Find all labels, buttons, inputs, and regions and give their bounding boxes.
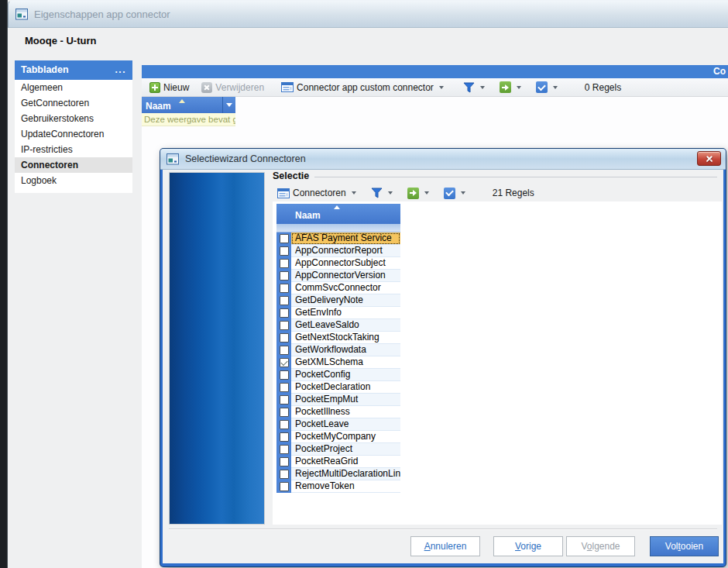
row-checkbox[interactable]: [280, 395, 289, 404]
row-checkbox[interactable]: [280, 408, 289, 417]
connector-name: PocketLeave: [291, 418, 400, 431]
row-checkbox[interactable]: [280, 246, 289, 256]
row-checkbox[interactable]: [280, 358, 289, 367]
connector-row-commsvcconnector[interactable]: CommSvcConnector: [276, 282, 400, 294]
connector-row-pocketreagrid[interactable]: PocketReaGrid: [276, 456, 400, 468]
connector-name: PocketMyCompany: [291, 431, 400, 443]
wizard-side-art: [169, 172, 265, 525]
export-button[interactable]: [496, 80, 527, 95]
row-checkbox[interactable]: [280, 445, 289, 454]
connector-row-pocketdeclaration[interactable]: PocketDeclaration: [276, 381, 400, 394]
row-checkbox[interactable]: [280, 470, 289, 479]
selection-wizard-dialog: Selectiewizard Connectoren Selectie Conn…: [160, 149, 726, 566]
main-toolbar: Nieuw Verwijderen Connector app custom c…: [142, 78, 728, 97]
row-checkbox[interactable]: [280, 234, 289, 243]
row-checkbox[interactable]: [280, 383, 289, 392]
connector-name: AppConnectorVersion: [291, 270, 400, 282]
connector-row-pocketillness[interactable]: PocketIllness: [276, 406, 400, 418]
main-grid-column-header[interactable]: Naam: [142, 97, 235, 113]
cancel-button[interactable]: Annuleren: [410, 536, 480, 556]
connector-row-removetoken[interactable]: RemoveToken: [276, 480, 400, 493]
connector-name: AppConnectorSubject: [291, 257, 400, 270]
dialog-export-button[interactable]: [404, 186, 434, 201]
close-button[interactable]: [697, 151, 721, 166]
row-checkbox[interactable]: [280, 296, 289, 305]
connector-row-afas-payment-service[interactable]: AFAS Payment Service: [276, 232, 400, 245]
connector-name: GetEnvInfo: [291, 307, 400, 319]
panel-header-bar: Co: [142, 65, 728, 78]
dialog-titlebar[interactable]: Selectiewizard Connectoren: [160, 149, 726, 170]
close-icon: [706, 158, 713, 160]
connector-name: GetXMLSchema: [291, 356, 400, 369]
connector-name: PocketReaGrid: [291, 456, 400, 468]
row-checkbox[interactable]: [280, 259, 289, 268]
dialog-filter-button[interactable]: [368, 186, 398, 200]
row-checkbox[interactable]: [280, 321, 289, 330]
connector-name: AFAS Payment Service: [291, 232, 400, 245]
sidebar-item-ip-restricties[interactable]: IP-restricties: [15, 142, 132, 157]
row-checkbox[interactable]: [280, 271, 289, 281]
connector-row-pocketconfig[interactable]: PocketConfig: [276, 369, 400, 381]
connector-row-getxmlschema[interactable]: GetXMLSchema: [276, 356, 400, 369]
sidebar-item-gebruikerstokens[interactable]: Gebruikerstokens: [15, 111, 132, 126]
background-window-edge: [0, 0, 8, 568]
next-button[interactable]: Volgende: [566, 536, 635, 556]
dialog-title: Selectiewizard Connectoren: [185, 153, 306, 164]
connector-row-pocketempmut[interactable]: PocketEmpMut: [276, 394, 400, 406]
row-checkbox[interactable]: [280, 457, 289, 466]
connector-name: GetWorkflowdata: [291, 344, 400, 356]
connector-row-rejectmultideclarationline[interactable]: RejectMultiDeclarationLine: [276, 468, 400, 480]
row-checkbox[interactable]: [280, 432, 289, 442]
chevron-down-icon: [480, 86, 485, 89]
chevron-down-icon: [553, 86, 558, 89]
row-checkbox[interactable]: [280, 284, 289, 293]
chevron-down-icon: [226, 103, 232, 107]
view-selector[interactable]: Connector app custom connector: [278, 81, 449, 95]
connector-name: GetLeaveSaldo: [291, 319, 400, 332]
connector-row-appconnectorsubject[interactable]: AppConnectorSubject: [276, 257, 400, 270]
row-checkbox[interactable]: [280, 482, 289, 491]
app-window-icon: [15, 9, 28, 20]
sidebar-item-logboek[interactable]: Logboek: [15, 173, 132, 188]
connector-row-pocketleave[interactable]: PocketLeave: [276, 418, 400, 431]
page-title: Mooqe - U-turn: [25, 35, 96, 46]
dialog-view-selector[interactable]: Connectoren: [274, 186, 362, 200]
connector-grid-header[interactable]: Naam: [276, 204, 400, 224]
filter-button[interactable]: [460, 81, 490, 95]
row-checkbox[interactable]: [280, 370, 289, 380]
filter-row[interactable]: [276, 224, 400, 232]
row-checkbox[interactable]: [280, 333, 289, 343]
connector-row-getleavesaldo[interactable]: GetLeaveSaldo: [276, 319, 400, 332]
dialog-selection-button[interactable]: [441, 186, 471, 201]
sidebar-item-getconnectoren[interactable]: GetConnectoren: [15, 95, 132, 111]
connector-row-appconnectorversion[interactable]: AppConnectorVersion: [276, 270, 400, 282]
sidebar-item-connectoren[interactable]: Connectoren: [15, 157, 132, 173]
connector-row-pocketproject[interactable]: PocketProject: [276, 443, 400, 456]
connector-row-getdeliverynote[interactable]: GetDeliveryNote: [276, 294, 400, 307]
finish-button[interactable]: Voltooien: [650, 536, 719, 556]
connector-row-getworkflowdata[interactable]: GetWorkflowdata: [276, 344, 400, 356]
delete-button[interactable]: Verwijderen: [198, 81, 267, 95]
sidebar-item-algemeen[interactable]: Algemeen: [15, 80, 132, 95]
window-titlebar[interactable]: Eigenschappen app connector: [8, 0, 728, 28]
window-title: Eigenschappen app connector: [34, 9, 170, 20]
row-count: 0 Regels: [585, 82, 621, 93]
delete-x-icon: [201, 82, 212, 93]
ellipsis-icon[interactable]: ...: [115, 60, 126, 80]
back-button[interactable]: Vorige: [493, 536, 563, 556]
selection-button[interactable]: [533, 80, 563, 95]
new-button[interactable]: Nieuw: [146, 81, 192, 95]
column-menu-button[interactable]: [222, 97, 235, 113]
connector-row-getnextstocktaking[interactable]: GetNextStockTaking: [276, 332, 400, 344]
connector-row-appconnectorreport[interactable]: AppConnectorReport: [276, 245, 400, 257]
app-window-icon: [167, 153, 179, 165]
sidebar-item-updateconnectoren[interactable]: UpdateConnectoren: [15, 126, 132, 142]
chevron-down-icon: [439, 86, 444, 89]
connector-name: PocketConfig: [291, 369, 400, 381]
row-checkbox[interactable]: [280, 346, 289, 355]
connector-row-pocketmycompany[interactable]: PocketMyCompany: [276, 431, 400, 443]
connector-row-getenvinfo[interactable]: GetEnvInfo: [276, 307, 400, 319]
row-checkbox[interactable]: [280, 308, 289, 318]
chevron-down-icon: [424, 191, 429, 194]
row-checkbox[interactable]: [280, 420, 289, 429]
